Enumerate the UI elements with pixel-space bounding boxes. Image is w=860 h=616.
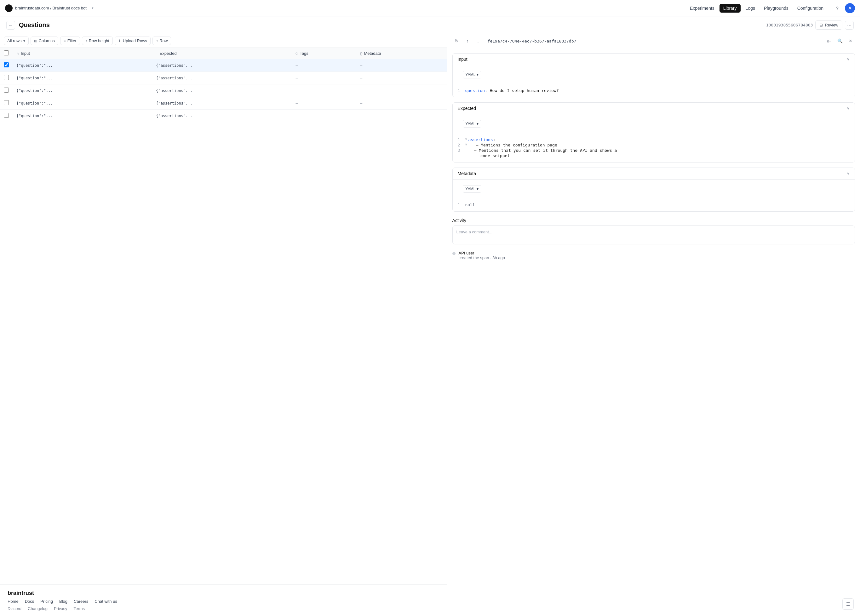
row-height-button[interactable]: ↕ Row height (82, 36, 113, 45)
select-all-checkbox[interactable] (4, 50, 9, 55)
expected-section-header[interactable]: Expected ∨ (453, 103, 855, 114)
row-checkbox[interactable] (4, 75, 9, 80)
expected-section-body: YAML ▾ 1 ∨ assertions: 2 (453, 114, 855, 162)
right-panel-header: ↻ ↑ ↓ fe19a7c4-704e-4ec7-b367-aafa18337d… (447, 34, 860, 48)
tag-icon[interactable]: 🏷 (825, 36, 833, 45)
activity-user: API user (459, 251, 855, 255)
footer-bottom-link-privacy[interactable]: Privacy (54, 606, 67, 611)
metadata-yaml-selector[interactable]: YAML ▾ (463, 185, 482, 193)
nav-link-library[interactable]: Library (719, 4, 741, 13)
refresh-icon[interactable]: ↻ (452, 36, 461, 45)
expected-section: Expected ∨ YAML ▾ 1 (452, 102, 855, 163)
review-button[interactable]: ⊞ Review (815, 20, 842, 30)
footer-bottom-link-changelog[interactable]: Changelog (28, 606, 47, 611)
activity-content: API user created the span · 3h ago (459, 251, 855, 260)
bottom-right-button[interactable]: ☰ (842, 598, 854, 610)
code-line-1: 1 ∨ assertions: (458, 137, 850, 143)
row-checkbox[interactable] (4, 100, 9, 105)
input-cell: {"question":"... (13, 85, 152, 97)
add-row-button[interactable]: + Row (152, 36, 171, 45)
footer-link-pricing[interactable]: Pricing (40, 599, 53, 604)
nav-link-experiments[interactable]: Experiments (686, 4, 718, 13)
footer-bottom-link-terms[interactable]: Terms (74, 606, 85, 611)
metadata-cell: – (356, 72, 447, 85)
table-row[interactable]: {"question":"... {"assertions"... – – (0, 110, 447, 122)
table-row[interactable]: {"question":"... {"assertions"... – – (0, 72, 447, 85)
input-cell: {"question":"... (13, 110, 152, 122)
input-section-body: YAML ▾ 1 question: How do I setup human … (453, 65, 855, 97)
upload-icon: ⬆ (118, 39, 121, 43)
code-line-m1: 1 null (458, 202, 850, 207)
footer-link-blog[interactable]: Blog (59, 599, 67, 604)
upload-rows-button[interactable]: ⬆ Upload Rows (115, 36, 151, 45)
avatar[interactable]: A (845, 3, 855, 13)
metadata-code-block: 1 null (453, 198, 855, 211)
expected-col-header: = Expected (152, 48, 292, 59)
expected-yaml-selector[interactable]: YAML ▾ (463, 120, 482, 127)
expected-cell: {"assertions"... (152, 110, 292, 122)
more-button[interactable]: ⋯ (845, 21, 854, 30)
next-icon[interactable]: ↓ (474, 36, 483, 45)
row-checkbox-cell (0, 110, 13, 122)
expected-col-icon: = (156, 52, 158, 55)
nav-link-configuration[interactable]: Configuration (794, 4, 827, 13)
nav-link-logs[interactable]: Logs (742, 4, 759, 13)
data-table: ↘ Input = Expected (0, 48, 447, 122)
metadata-section-title: Metadata (458, 171, 476, 176)
back-button[interactable]: ← (6, 21, 15, 30)
tags-col-icon: ◇ (295, 51, 298, 55)
expected-section-chevron: ∨ (847, 106, 850, 111)
input-col-icon: ↘ (16, 51, 19, 55)
input-col-header: ↘ Input (13, 48, 152, 59)
expected-cell: {"assertions"... (152, 85, 292, 97)
input-section-header[interactable]: Input ∨ (453, 53, 855, 65)
row-checkbox[interactable] (4, 113, 9, 118)
footer-link-chat-with-us[interactable]: Chat with us (94, 599, 117, 604)
row-height-icon: ↕ (85, 39, 87, 43)
columns-icon: ⊞ (34, 39, 37, 43)
table-row[interactable]: {"question":"... {"assertions"... – – (0, 97, 447, 110)
dataset-id: 1000193855606784803 (766, 23, 813, 27)
all-rows-button[interactable]: All rows ▾ (4, 36, 29, 45)
comment-input[interactable]: Leave a comment... (452, 226, 855, 245)
input-yaml-selector[interactable]: YAML ▾ (463, 71, 482, 78)
footer-link-careers[interactable]: Careers (74, 599, 88, 604)
help-icon[interactable]: ? (832, 3, 842, 13)
columns-button[interactable]: ⊞ Columns (31, 36, 58, 45)
input-section-chevron: ∨ (847, 57, 850, 61)
footer-link-docs[interactable]: Docs (25, 599, 35, 604)
metadata-cell: – (356, 97, 447, 110)
metadata-cell: – (356, 85, 447, 97)
close-icon[interactable]: ✕ (846, 36, 855, 45)
activity-item: API user created the span · 3h ago (452, 248, 855, 263)
input-cell: {"question":"... (13, 97, 152, 110)
rph-right-icons: 🏷 🔍 ✕ (825, 36, 855, 45)
row-checkbox-cell (0, 72, 13, 85)
footer-bottom-link-discord[interactable]: Discord (8, 606, 21, 611)
footer-links: HomeDocsPricingBlogCareersChat with us (8, 599, 439, 604)
metadata-cell: – (356, 110, 447, 122)
content-area: All rows ▾ ⊞ Columns ≡ Filter ↕ Row heig… (0, 34, 860, 616)
record-id: fe19a7c4-704e-4ec7-b367-aafa18337db7 (488, 39, 820, 44)
toolbar: All rows ▾ ⊞ Columns ≡ Filter ↕ Row heig… (0, 34, 447, 48)
tags-cell: – (292, 110, 356, 122)
activity-description: created the span · 3h ago (459, 255, 855, 260)
metadata-section: Metadata ∨ YAML ▾ 1 (452, 168, 855, 212)
expected-cell: {"assertions"... (152, 59, 292, 72)
prev-icon[interactable]: ↑ (463, 36, 472, 45)
filter-button[interactable]: ≡ Filter (60, 36, 80, 45)
nav-link-playgrounds[interactable]: Playgrounds (760, 4, 792, 13)
metadata-section-header[interactable]: Metadata ∨ (453, 168, 855, 179)
input-code-block: 1 question: How do I setup human review? (453, 84, 855, 97)
row-checkbox[interactable] (4, 88, 9, 92)
search-icon[interactable]: 🔍 (835, 36, 844, 45)
brand-label: braintrustdata.com / Braintrust docs bot (15, 6, 86, 10)
activity-section: Activity Leave a comment... API user cre… (452, 217, 855, 263)
footer-link-home[interactable]: Home (8, 599, 19, 604)
main-layout: ← Questions 1000193855606784803 ⊞ Review… (0, 16, 860, 616)
table-row[interactable]: {"question":"... {"assertions"... – – (0, 85, 447, 97)
page-header-right: 1000193855606784803 ⊞ Review ⋯ (766, 20, 854, 30)
row-checkbox[interactable] (4, 62, 9, 67)
table-row[interactable]: {"question":"... {"assertions"... – – (0, 59, 447, 72)
page-title: Questions (19, 21, 50, 29)
